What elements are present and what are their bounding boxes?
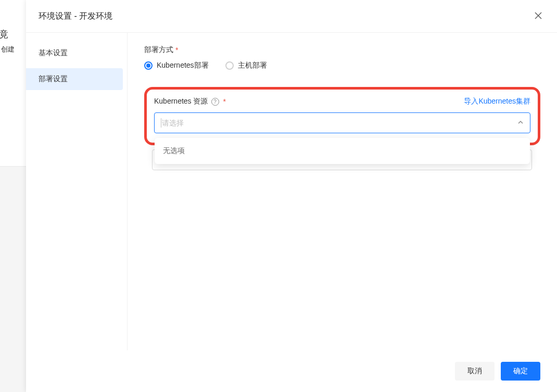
content-area: 部署方式 * Kubernetes部署 主机部署 Kubernetes 资源 ? (128, 33, 557, 350)
k8s-resource-select[interactable]: 请选择 无选项 (154, 112, 530, 133)
radio-host[interactable]: 主机部署 (225, 61, 267, 70)
deploy-method-label: 部署方式 * (144, 45, 540, 55)
close-icon (534, 11, 542, 20)
k8s-dropdown: 无选项 (155, 138, 530, 164)
chevron-up-icon (517, 119, 524, 127)
radio-circle-checked (144, 61, 153, 70)
highlight-annotation: Kubernetes 资源 ? * 导入Kubernetes集群 请选择 无选项 (144, 87, 540, 145)
radio-label-host: 主机部署 (238, 61, 267, 70)
sidebar-item-deploy[interactable]: 部署设置 (26, 68, 123, 90)
required-mark: * (223, 97, 226, 106)
modal-dialog: 环境设置 - 开发环境 基本设置 部署设置 部署方式 * Kubernetes部… (26, 0, 557, 392)
modal-title: 环境设置 - 开发环境 (39, 11, 112, 22)
close-button[interactable] (532, 9, 545, 23)
bg-partial-2: · 创建 (0, 45, 15, 54)
required-mark: * (175, 46, 178, 54)
bg-partial-1: 竟 (0, 28, 8, 41)
modal-footer: 取消 确定 (26, 350, 557, 392)
help-icon[interactable]: ? (211, 98, 219, 106)
import-k8s-link[interactable]: 导入Kubernetes集群 (464, 97, 530, 106)
radio-kubernetes[interactable]: Kubernetes部署 (144, 61, 209, 70)
deploy-method-radio-group: Kubernetes部署 主机部署 (144, 61, 540, 70)
k8s-resource-label: Kubernetes 资源 ? * (154, 97, 226, 106)
cancel-button[interactable]: 取消 (455, 362, 495, 381)
dropdown-empty-option: 无选项 (155, 138, 530, 164)
sidebar-item-basic[interactable]: 基本设置 (26, 42, 123, 64)
confirm-button[interactable]: 确定 (501, 362, 540, 381)
select-placeholder: 请选择 (161, 118, 184, 128)
sidebar: 基本设置 部署设置 (26, 33, 128, 350)
radio-label-k8s: Kubernetes部署 (157, 61, 209, 70)
modal-header: 环境设置 - 开发环境 (26, 0, 557, 32)
radio-circle (225, 61, 234, 70)
